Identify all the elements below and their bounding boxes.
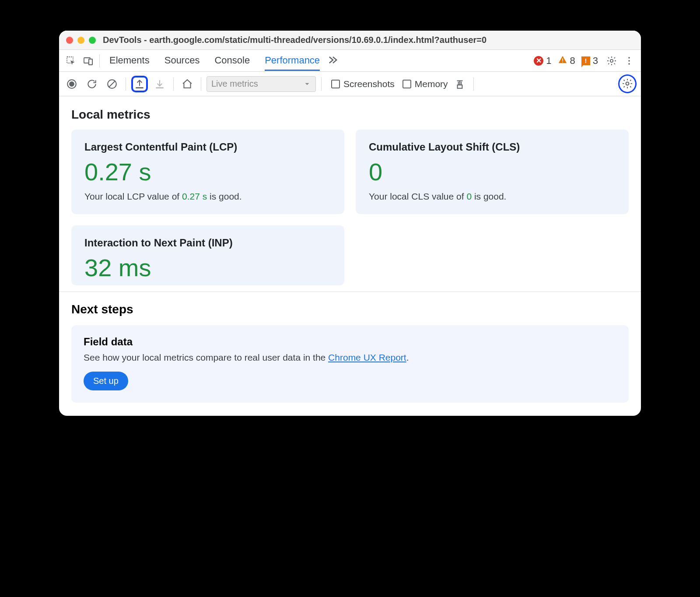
crux-report-link[interactable]: Chrome UX Report bbox=[328, 352, 406, 362]
inp-title: Interaction to Next Paint (INP) bbox=[84, 237, 331, 249]
window-controls bbox=[66, 37, 96, 44]
view-selector[interactable]: Live metrics bbox=[206, 76, 316, 92]
lcp-card: Largest Contentful Paint (LCP) 0.27 s Yo… bbox=[71, 130, 344, 214]
screenshots-label: Screenshots bbox=[343, 79, 395, 89]
kebab-menu-icon[interactable] bbox=[622, 53, 637, 68]
field-data-card: Field data See how your local metrics co… bbox=[71, 325, 629, 403]
devtools-window: DevTools - earth.google.com/static/multi… bbox=[59, 31, 641, 416]
maximize-window-icon[interactable] bbox=[89, 37, 96, 44]
cls-good-value: 0 bbox=[466, 191, 472, 201]
tab-console[interactable]: Console bbox=[214, 50, 250, 71]
local-metrics-heading: Local metrics bbox=[71, 108, 629, 122]
field-data-description: See how your local metrics compare to re… bbox=[84, 352, 616, 363]
inp-card: Interaction to Next Paint (INP) 32 ms bbox=[71, 225, 344, 285]
checkbox-icon bbox=[402, 80, 411, 88]
close-window-icon[interactable] bbox=[66, 37, 73, 44]
cls-description: Your local CLS value of 0 is good. bbox=[369, 191, 616, 202]
more-tabs-icon[interactable] bbox=[327, 54, 339, 68]
upload-profile-icon[interactable] bbox=[131, 76, 148, 92]
svg-rect-2 bbox=[89, 59, 92, 65]
svg-point-15 bbox=[626, 82, 629, 85]
device-toolbar-icon[interactable] bbox=[81, 53, 96, 68]
svg-point-7 bbox=[628, 57, 630, 59]
cls-value: 0 bbox=[369, 159, 616, 185]
svg-rect-4 bbox=[562, 58, 563, 61]
setup-button[interactable]: Set up bbox=[84, 372, 128, 390]
svg-rect-5 bbox=[562, 61, 563, 62]
inp-value: 32 ms bbox=[84, 255, 331, 281]
text: Your local CLS value of bbox=[369, 191, 466, 201]
settings-gear-icon[interactable] bbox=[604, 53, 619, 68]
metrics-grid: Largest Contentful Paint (LCP) 0.27 s Yo… bbox=[71, 130, 629, 285]
lcp-good-value: 0.27 s bbox=[182, 191, 207, 201]
reload-icon[interactable] bbox=[84, 76, 100, 92]
cls-card: Cumulative Layout Shift (CLS) 0 Your loc… bbox=[356, 130, 629, 214]
warnings-count: 8 bbox=[570, 55, 575, 67]
next-steps-heading: Next steps bbox=[71, 302, 629, 316]
separator bbox=[126, 77, 126, 91]
issues-count: 3 bbox=[593, 55, 598, 67]
svg-point-9 bbox=[628, 63, 630, 65]
tab-elements[interactable]: Elements bbox=[109, 50, 150, 71]
download-profile-icon[interactable] bbox=[151, 76, 168, 92]
svg-line-13 bbox=[108, 81, 115, 87]
errors-icon: ✕ bbox=[534, 56, 543, 66]
window-title: DevTools - earth.google.com/static/multi… bbox=[103, 35, 486, 45]
lcp-description: Your local LCP value of 0.27 s is good. bbox=[84, 191, 331, 202]
field-data-title: Field data bbox=[84, 336, 616, 348]
home-icon[interactable] bbox=[179, 76, 196, 92]
screenshots-checkbox[interactable]: Screenshots bbox=[331, 79, 395, 89]
performance-toolbar: Live metrics Screenshots Memory bbox=[59, 72, 641, 96]
record-icon[interactable] bbox=[63, 76, 80, 92]
local-metrics-section: Local metrics Largest Contentful Paint (… bbox=[59, 96, 641, 285]
capture-settings-icon[interactable] bbox=[620, 77, 634, 91]
panel-tabs-bar: Elements Sources Console Performance ✕ 1… bbox=[59, 50, 641, 72]
separator bbox=[321, 77, 322, 91]
svg-point-11 bbox=[70, 82, 74, 86]
svg-point-6 bbox=[610, 59, 613, 62]
text: Your local LCP value of bbox=[84, 191, 182, 201]
panel-tabs: Elements Sources Console Performance bbox=[109, 50, 320, 71]
errors-count: 1 bbox=[546, 55, 551, 67]
svg-point-8 bbox=[628, 60, 630, 62]
collect-garbage-icon[interactable] bbox=[452, 76, 468, 92]
tab-sources[interactable]: Sources bbox=[164, 50, 200, 71]
issues-icon: ! bbox=[581, 56, 590, 65]
text: See how your local metrics compare to re… bbox=[84, 352, 328, 362]
separator bbox=[473, 77, 474, 91]
next-steps-section: Next steps Field data See how your local… bbox=[59, 292, 641, 416]
minimize-window-icon[interactable] bbox=[77, 37, 84, 44]
clear-icon[interactable] bbox=[104, 76, 120, 92]
lcp-title: Largest Contentful Paint (LCP) bbox=[84, 141, 331, 153]
svg-rect-14 bbox=[457, 85, 462, 88]
cls-title: Cumulative Layout Shift (CLS) bbox=[369, 141, 616, 153]
view-selector-label: Live metrics bbox=[211, 79, 258, 89]
memory-checkbox[interactable]: Memory bbox=[402, 79, 448, 89]
tab-performance[interactable]: Performance bbox=[265, 50, 320, 71]
warnings-icon bbox=[558, 55, 567, 67]
inspect-element-icon[interactable] bbox=[63, 53, 78, 68]
text: is good. bbox=[472, 191, 506, 201]
text: . bbox=[406, 352, 409, 362]
separator bbox=[99, 54, 100, 67]
separator bbox=[201, 77, 201, 91]
titlebar: DevTools - earth.google.com/static/multi… bbox=[59, 31, 641, 50]
separator bbox=[173, 77, 174, 91]
text: is good. bbox=[207, 191, 242, 201]
lcp-value: 0.27 s bbox=[84, 159, 331, 185]
capture-settings-highlight bbox=[618, 74, 637, 93]
checkbox-icon bbox=[331, 80, 340, 88]
status-indicators[interactable]: ✕ 1 8 ! 3 bbox=[534, 55, 602, 67]
memory-label: Memory bbox=[415, 79, 448, 89]
